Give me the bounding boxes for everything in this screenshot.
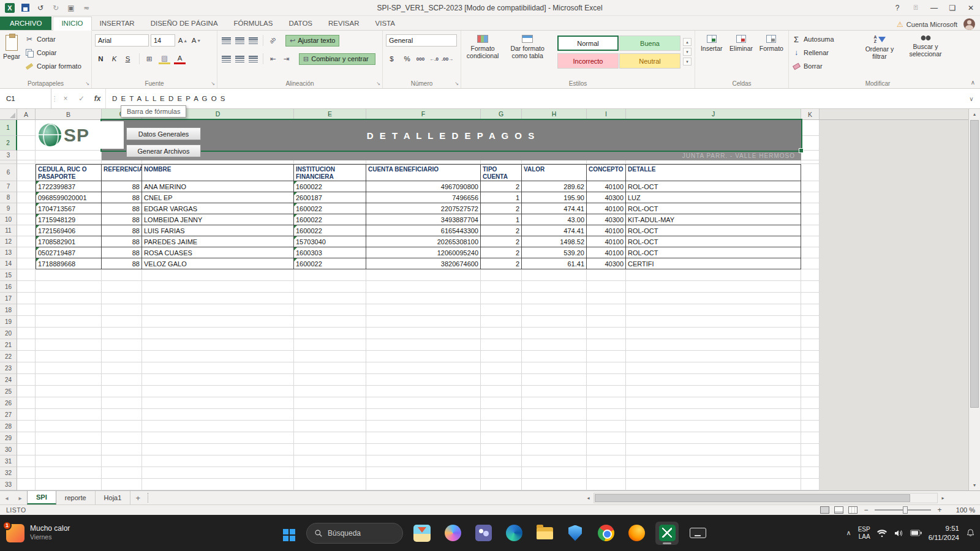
cell-G33[interactable]	[481, 479, 522, 490]
cell-A24[interactable]	[17, 374, 36, 386]
cell-I20[interactable]	[587, 328, 626, 339]
italic-button[interactable]: K	[108, 53, 120, 65]
cell-J9[interactable]: ROL-OCT	[626, 203, 801, 214]
cell-K8[interactable]	[801, 192, 820, 203]
format-as-table-button[interactable]: Dar formato como tabla	[505, 33, 550, 78]
cell-G12[interactable]: 2	[481, 236, 522, 247]
cell-D33[interactable]	[142, 479, 294, 490]
cell-H27[interactable]	[522, 409, 587, 421]
cell-G20[interactable]	[481, 328, 522, 339]
teams-icon[interactable]	[472, 522, 495, 545]
cell-G29[interactable]	[481, 432, 522, 444]
cell-A22[interactable]	[17, 351, 36, 362]
cell-I12[interactable]: 40100	[587, 236, 626, 247]
cell-D30[interactable]	[142, 444, 294, 455]
format-painter-button[interactable]: Copiar formato	[25, 60, 81, 72]
cell-B21[interactable]	[36, 339, 102, 351]
file-explorer-icon[interactable]	[533, 522, 556, 545]
row-header-2[interactable]: 2	[0, 136, 17, 151]
insert-cells-button[interactable]: Insertar	[698, 33, 725, 78]
cell-D21[interactable]	[142, 339, 294, 351]
column-header-I[interactable]: I	[587, 109, 626, 120]
generar-archivos-button[interactable]: Generar Archivos	[126, 144, 201, 157]
row-header-21[interactable]: 21	[0, 339, 17, 351]
cell-K24[interactable]	[801, 374, 820, 386]
cut-button[interactable]: ✂Cortar	[25, 33, 81, 45]
row-header-3[interactable]: 3	[0, 151, 17, 160]
cell-H18[interactable]	[522, 304, 587, 316]
cell-F13[interactable]: 12060095240	[366, 247, 481, 258]
cell-F16[interactable]	[366, 281, 481, 293]
vertical-scrollbar[interactable]: ▴ ▾	[968, 109, 980, 490]
sheet-tab-hoja1[interactable]: Hoja1	[96, 491, 131, 504]
cell-F14[interactable]: 3820674600	[366, 258, 481, 269]
cell-A26[interactable]	[17, 397, 36, 409]
cell-B28[interactable]	[36, 421, 102, 432]
copilot-icon[interactable]	[441, 522, 464, 545]
cell-K30[interactable]	[801, 444, 820, 455]
cell-J20[interactable]	[626, 328, 801, 339]
row-header-16[interactable]: 16	[0, 281, 17, 293]
datos-generales-button[interactable]: Datos Generales	[126, 127, 201, 140]
cell-B23[interactable]	[36, 362, 102, 374]
cell-F22[interactable]	[366, 351, 481, 362]
touch-keyboard-icon[interactable]	[686, 522, 709, 545]
language-indicator[interactable]: ESP LAA	[858, 526, 870, 541]
cell-K10[interactable]	[801, 214, 820, 225]
cell-G24[interactable]	[481, 374, 522, 386]
font-color-button[interactable]: A	[174, 54, 186, 64]
row-header-27[interactable]: 27	[0, 409, 17, 421]
styles-scroll-up-icon[interactable]: ▴	[683, 38, 692, 46]
zoom-slider[interactable]	[875, 509, 931, 511]
cell-B7[interactable]: 1722399837	[36, 181, 102, 192]
cell-E14[interactable]: 1600022	[294, 258, 366, 269]
align-right-button[interactable]	[247, 53, 259, 65]
cell-A18[interactable]	[17, 304, 36, 316]
cell-B15[interactable]	[36, 269, 102, 281]
cell-F31[interactable]	[366, 455, 481, 467]
tab-inicio[interactable]: INICIO	[53, 17, 91, 31]
cell-E15[interactable]	[294, 269, 366, 281]
cell-B29[interactable]	[36, 432, 102, 444]
cell-J33[interactable]	[626, 479, 801, 490]
cell-H33[interactable]	[522, 479, 587, 490]
cell-B31[interactable]	[36, 455, 102, 467]
cell-H14[interactable]: 61.41	[522, 258, 587, 269]
column-header-A[interactable]: A	[17, 109, 36, 120]
cell-H21[interactable]	[522, 339, 587, 351]
cell-E29[interactable]	[294, 432, 366, 444]
format-cells-button[interactable]: Formato	[758, 33, 785, 78]
cell-E12[interactable]: 15703040	[294, 236, 366, 247]
cell-K11[interactable]	[801, 225, 820, 236]
cell-H23[interactable]	[522, 362, 587, 374]
cell-G22[interactable]	[481, 351, 522, 362]
cell-E10[interactable]: 1600022	[294, 214, 366, 225]
cell-J12[interactable]: ROL-OCT	[626, 236, 801, 247]
formula-bar-expand-icon[interactable]	[963, 89, 980, 108]
cell-C33[interactable]	[102, 479, 142, 490]
row-header-26[interactable]: 26	[0, 397, 17, 409]
minimize-button[interactable]	[925, 0, 943, 15]
cell-B9[interactable]: 1704713567	[36, 203, 102, 214]
cell-A1[interactable]	[17, 120, 36, 136]
cell-D11[interactable]: LUIS FARIAS	[142, 225, 294, 236]
cell-I9[interactable]: 40100	[587, 203, 626, 214]
cell-F29[interactable]	[366, 432, 481, 444]
cell-K27[interactable]	[801, 409, 820, 421]
scroll-left-icon[interactable]: ◂	[583, 493, 594, 503]
row-header-9[interactable]: 9	[0, 203, 17, 214]
cell-F25[interactable]	[366, 386, 481, 397]
cell-C13[interactable]: 88	[102, 247, 142, 258]
cell-E19[interactable]	[294, 316, 366, 328]
enter-icon[interactable]: ✓	[74, 89, 89, 108]
cell-K19[interactable]	[801, 316, 820, 328]
firefox-icon[interactable]	[625, 522, 648, 545]
row-header-29[interactable]: 29	[0, 432, 17, 444]
cell-K16[interactable]	[801, 281, 820, 293]
cell-K21[interactable]	[801, 339, 820, 351]
cell-B14[interactable]: 1718889668	[36, 258, 102, 269]
cell-A2[interactable]	[17, 136, 36, 151]
row-header-19[interactable]: 19	[0, 316, 17, 328]
row-header-10[interactable]: 10	[0, 214, 17, 225]
cell-E13[interactable]: 1600303	[294, 247, 366, 258]
